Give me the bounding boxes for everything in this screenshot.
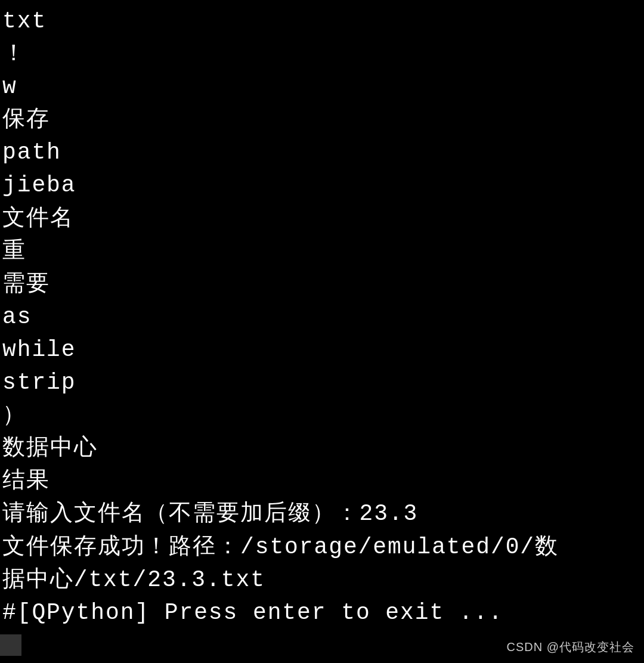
terminal-output: txt！w保存pathjieba文件名重需要aswhilestrip）数据中心结… (2, 5, 644, 629)
terminal-line-11: strip (2, 366, 644, 399)
terminal-line-0: txt (2, 5, 644, 38)
terminal-line-8: 需要 (2, 268, 644, 300)
footer-label: CSDN @代码改变社会 (506, 639, 634, 656)
terminal-line-7: 重 (2, 235, 644, 268)
terminal-line-12: ） (2, 399, 644, 432)
terminal-line-3: 保存 (2, 103, 644, 136)
terminal-line-16: 文件保存成功！路径：/storage/emulated/0/数 (2, 531, 644, 563)
terminal-line-13: 数据中心 (2, 432, 644, 464)
terminal-line-9: as (2, 300, 644, 333)
terminal-line-1: ！ (2, 38, 644, 70)
terminal-line-6: 文件名 (2, 202, 644, 235)
terminal-line-14: 结果 (2, 464, 644, 497)
terminal-line-4: path (2, 136, 644, 169)
terminal-line-17: 据中心/txt/23.3.txt (2, 563, 644, 596)
terminal-line-15: 请输入文件名（不需要加后缀）：23.3 (2, 497, 644, 530)
terminal-line-19: #[QPython] Press enter to exit ... (2, 596, 644, 629)
bottom-bar-indicator (0, 634, 21, 656)
terminal-line-5: jieba (2, 169, 644, 202)
terminal-line-10: while (2, 333, 644, 366)
terminal-line-2: w (2, 70, 644, 103)
